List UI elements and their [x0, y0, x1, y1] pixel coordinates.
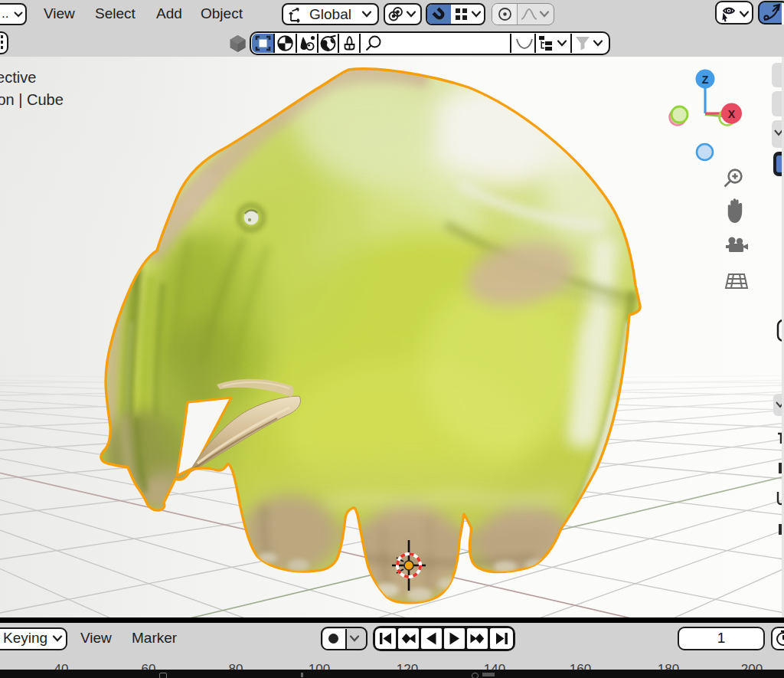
- svg-text:X: X: [728, 108, 736, 120]
- svg-text:pective: pective: [0, 69, 36, 86]
- svg-text:Z: Z: [702, 74, 709, 86]
- svg-text:ion | Cube: ion | Cube: [0, 91, 64, 108]
